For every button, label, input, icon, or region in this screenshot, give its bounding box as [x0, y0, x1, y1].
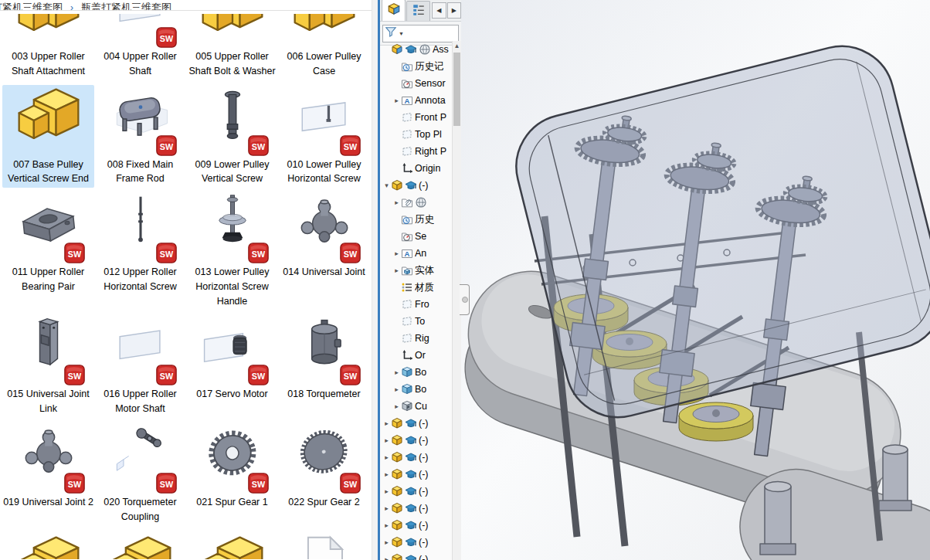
svg-text:SW: SW: [159, 372, 173, 381]
tree-item[interactable]: ▸AAnnota: [380, 92, 461, 109]
file-item[interactable]: SW008 Fixed Main Frame Rod: [94, 85, 186, 188]
tree-item[interactable]: ▸(-): [380, 466, 461, 483]
expand-right-icon[interactable]: ▸: [382, 487, 391, 495]
expand-right-icon[interactable]: ▸: [392, 199, 401, 206]
part-yellow-icon: [105, 531, 176, 559]
tree-item[interactable]: To: [380, 313, 461, 330]
tree-item[interactable]: ▸实体: [380, 262, 461, 279]
file-item[interactable]: 003 Upper Roller Shaft Attachment: [2, 12, 94, 80]
file-item[interactable]: SW014 Universal Joint: [278, 192, 370, 310]
part-yellow-icon: [13, 87, 84, 158]
file-thumbnail: SW: [190, 424, 275, 495]
tree-item[interactable]: ▸: [380, 194, 461, 211]
tree-item[interactable]: ▸(-): [380, 517, 461, 534]
tree-item[interactable]: ▸(-): [380, 500, 461, 517]
file-item[interactable]: SW019 Universal Joint 2: [2, 423, 94, 526]
breadcrumb-folder-current[interactable]: 瓶盖打紧机三维套图: [81, 2, 171, 11]
panel-arrow-left-icon[interactable]: ◀: [432, 2, 446, 19]
file-item[interactable]: SW015 Universal Joint Link: [2, 314, 94, 418]
tree-item[interactable]: Ass: [380, 41, 461, 58]
file-item[interactable]: SW011 Upper Roller Bearing Pair: [2, 192, 94, 310]
tree-item[interactable]: Sensor: [380, 75, 461, 92]
expand-right-icon[interactable]: ▸: [382, 555, 391, 560]
scrollbar-thumb[interactable]: [453, 53, 460, 126]
file-item[interactable]: [278, 530, 370, 560]
expand-right-icon[interactable]: ▸: [382, 538, 391, 546]
file-item[interactable]: SW022 Spur Gear 2: [278, 423, 370, 526]
tree-item-label: Se: [415, 231, 426, 242]
tree-item[interactable]: 历史: [380, 211, 461, 228]
tree-item[interactable]: Origin: [380, 160, 461, 177]
tree-item[interactable]: ▸(-): [380, 449, 461, 466]
file-item-label: 014 Universal Joint: [283, 265, 365, 280]
filter-input[interactable]: ▼: [382, 25, 459, 42]
expand-right-icon[interactable]: ▸: [382, 436, 391, 444]
expand-down-icon[interactable]: ▾: [382, 182, 391, 189]
tree-item[interactable]: Top Pl: [380, 126, 461, 143]
breadcrumb-folder[interactable]: 打紧机三维套图: [0, 2, 63, 11]
tree-item[interactable]: ▸Bo: [380, 381, 461, 398]
breadcrumb[interactable]: 打紧机三维套图›瓶盖打紧机三维套图: [0, 0, 372, 11]
part-yellow-sm-icon: [391, 417, 403, 429]
tree-item[interactable]: 历史记: [380, 58, 461, 75]
file-item[interactable]: 007 Base Pulley Vertical Screw End: [2, 85, 94, 188]
file-item[interactable]: [94, 530, 186, 560]
tree-item[interactable]: ▸(-): [380, 415, 461, 432]
file-item[interactable]: 005 Upper Roller Shaft Bolt & Washer: [186, 12, 278, 80]
tree-item[interactable]: Or: [380, 347, 461, 364]
panel-splitter-handle[interactable]: [460, 284, 470, 315]
file-item[interactable]: SW020 Torquemeter Coupling: [94, 423, 186, 526]
file-item-label: 009 Lower Pulley Vertical Screw: [187, 158, 277, 187]
tree-item[interactable]: Front P: [380, 109, 461, 126]
expand-right-icon[interactable]: ▸: [382, 470, 391, 478]
document-icon: [289, 531, 360, 559]
expand-right-icon[interactable]: ▸: [392, 402, 401, 410]
file-item[interactable]: [2, 530, 94, 560]
file-item[interactable]: SW016 Upper Roller Motor Shaft: [94, 314, 186, 418]
expand-right-icon[interactable]: ▸: [382, 504, 391, 512]
expand-right-icon[interactable]: ▸: [382, 419, 391, 427]
panel-arrow-right-icon[interactable]: ▶: [447, 2, 461, 19]
expand-right-icon[interactable]: ▸: [392, 385, 401, 393]
file-item[interactable]: SW018 Torquemeter: [278, 314, 370, 418]
tree-item[interactable]: Fro: [380, 296, 461, 313]
origin-axes-icon: [401, 349, 413, 361]
expand-right-icon[interactable]: ▸: [392, 97, 401, 104]
file-item[interactable]: 006 Lower Pulley Case: [278, 12, 370, 80]
tree-item[interactable]: ▾(-): [380, 177, 461, 194]
tree-item[interactable]: ▸AAn: [380, 245, 461, 262]
tree-item[interactable]: ▸Bo: [380, 364, 461, 381]
file-item[interactable]: SW012 Upper Roller Horizontal Screw: [94, 192, 186, 310]
expand-right-icon[interactable]: ▸: [392, 249, 401, 257]
file-item[interactable]: SW013 Lower Pulley Horizontal Screw Hand…: [186, 192, 278, 310]
tree-item[interactable]: ▸(-): [380, 551, 461, 560]
expand-right-icon[interactable]: ▸: [392, 266, 401, 274]
annotations-folder-icon: A: [401, 94, 413, 107]
expand-right-icon[interactable]: ▸: [382, 453, 391, 461]
tree-item[interactable]: ▸Cu: [380, 398, 461, 415]
file-item[interactable]: SW004 Upper Roller Shaft: [94, 12, 186, 80]
viewport-canvas[interactable]: [461, 0, 930, 560]
tree-item[interactable]: Right P: [380, 143, 461, 160]
tree-item[interactable]: ▸(-): [380, 534, 461, 551]
tree-item[interactable]: ▸(-): [380, 483, 461, 500]
expand-right-icon[interactable]: ▸: [382, 521, 391, 529]
filter-caret-icon[interactable]: ▼: [399, 31, 404, 36]
tree-item[interactable]: 材质: [380, 279, 461, 296]
scroll-up-icon[interactable]: ▲: [453, 41, 461, 51]
file-thumbnail: SW: [98, 316, 183, 387]
tree-item[interactable]: Se: [380, 228, 461, 245]
file-item[interactable]: SW009 Lower Pulley Vertical Screw: [186, 85, 278, 188]
file-item[interactable]: SW017 Servo Motor: [186, 314, 278, 418]
graphics-viewport[interactable]: [461, 0, 930, 560]
file-item[interactable]: SW010 Lower Pulley Horizontal Screw: [278, 85, 370, 188]
tree-item[interactable]: ▸(-): [380, 432, 461, 449]
file-item[interactable]: [186, 530, 278, 560]
tree-item[interactable]: Rig: [380, 330, 461, 347]
file-grid: 003 Upper Roller Shaft AttachmentSW004 U…: [0, 11, 372, 560]
expand-right-icon[interactable]: ▸: [392, 368, 401, 376]
svg-text:SW: SW: [251, 372, 265, 381]
featuremanager-tab-asm-tab[interactable]: [382, 0, 406, 21]
file-item[interactable]: SW021 Spur Gear 1: [186, 423, 278, 526]
featuremanager-tab-tree-tab[interactable]: [406, 1, 430, 21]
